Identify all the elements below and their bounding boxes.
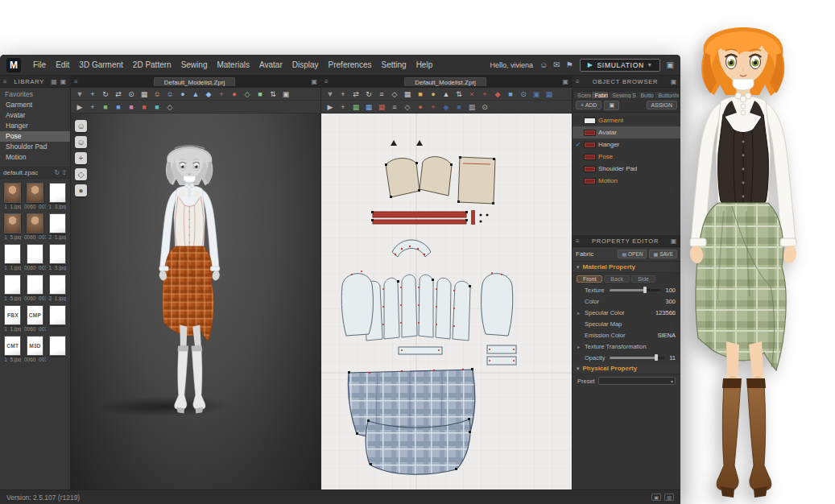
fabric-swatch[interactable] [584,166,596,172]
fabric-swatch[interactable] [584,118,596,124]
tool-icon[interactable]: + [337,101,349,112]
menu-icon[interactable]: ≡ [3,78,7,85]
library-item[interactable]: 1_3.jpg [47,183,68,209]
tool-icon[interactable]: ◆ [492,89,503,99]
tool-icon[interactable]: + [479,89,490,99]
2d-viewport-tab[interactable]: Default_Modelist.Zprj [404,77,486,86]
favorites-item[interactable]: Hanger [0,121,70,131]
tool-icon[interactable]: ▼ [74,89,85,99]
simulation-button[interactable]: ▶ SIMULATION ▾ [580,59,660,72]
library-item[interactable]: 0060_001... [25,244,46,271]
tool-icon[interactable]: ◇ [164,101,176,112]
menu-item[interactable]: Edit [51,60,74,69]
library-item[interactable]: M3D 0060_001... [25,336,46,362]
tab-menu-icon[interactable]: ≡ [324,78,329,85]
library-item[interactable]: CMT 1_5.jpg [2,336,23,362]
tool-icon[interactable]: ◇ [402,101,413,112]
library-item[interactable]: 0060_001... [25,183,46,209]
tool-icon[interactable]: ▦ [376,101,387,112]
favorites-item[interactable]: Shoulder Pad [0,142,70,152]
fabric-swatch[interactable] [584,154,596,160]
favorites-item[interactable]: Pose [0,131,70,142]
object-browser-tab[interactable]: Scene [574,92,591,98]
tool-icon[interactable]: ▦ [544,89,555,99]
property-slider[interactable] [610,289,661,291]
library-item[interactable] [47,305,68,332]
side-tool-icon[interactable]: ◇ [75,168,87,180]
tool-icon[interactable]: ☺ [151,89,163,99]
open-button[interactable]: ▤ OPEN [618,250,647,258]
tool-icon[interactable]: ◆ [203,89,214,99]
side-tool-icon[interactable]: ☺ [75,120,87,132]
side-tool-icon[interactable]: ☺ [75,136,87,148]
fabric-swatch[interactable] [584,142,596,148]
tool-icon[interactable]: + [87,89,98,99]
2d-pattern-canvas[interactable] [321,114,572,490]
tool-icon[interactable]: ▲ [440,89,452,99]
tool-icon[interactable]: ⇄ [350,89,362,99]
tool-icon[interactable]: ▦ [363,101,374,112]
library-item[interactable]: 1_5.jpg [2,275,23,301]
tool-icon[interactable]: ■ [254,89,266,99]
material-tab[interactable]: Front [577,275,602,283]
menu-item[interactable]: Preferences [324,60,377,69]
menu-item[interactable]: Display [287,60,324,69]
tool-icon[interactable]: ■ [505,89,516,99]
object-browser-tab[interactable]: Button [637,92,654,98]
header-icon[interactable]: ✉ [553,60,560,69]
tool-icon[interactable]: ◇ [389,89,400,99]
menu-item[interactable]: File [28,60,51,69]
expand-icon[interactable]: ▣ [311,78,317,85]
tool-icon[interactable]: ● [415,101,426,112]
tool-icon[interactable]: × [466,89,477,99]
tool-icon[interactable]: ▦ [350,101,362,112]
header-icon[interactable]: ☺ [539,60,548,69]
menu-item[interactable]: 2D Pattern [128,60,176,69]
menu-icon[interactable]: ≡ [576,78,580,85]
tool-icon[interactable]: ■ [138,101,150,112]
tool-icon[interactable]: ▣ [280,89,291,99]
fabric-swatch[interactable] [584,178,596,184]
tool-icon[interactable]: ▦ [402,89,413,99]
tool-icon[interactable]: ▣ [531,89,542,99]
tool-icon[interactable]: ■ [100,101,111,112]
tool-icon[interactable]: ⊙ [479,101,490,112]
material-tab[interactable]: Back [604,275,630,283]
tool-icon[interactable]: ≡ [376,89,387,99]
library-item[interactable] [47,336,68,362]
tool-icon[interactable]: ↻ [100,89,111,99]
library-item[interactable]: 0060_001... [25,213,46,240]
tool-icon[interactable]: ◇ [242,89,253,99]
side-tool-icon[interactable]: + [75,152,87,164]
favorites-item[interactable]: Avatar [0,110,70,121]
tool-icon[interactable]: ⇄ [113,89,124,99]
menu-item[interactable]: Help [411,60,438,69]
tool-icon[interactable]: ■ [453,101,465,112]
tool-icon[interactable]: ▦ [138,89,150,99]
favorites-item[interactable]: Garment [0,100,70,110]
library-item[interactable]: 1_1.jpg [2,244,23,271]
up-icon[interactable]: ⇧ [61,169,67,176]
3d-viewport-tab[interactable]: Default_Modelist.Zprj [154,77,236,86]
menu-item[interactable]: 3D Garment [74,60,127,69]
tool-icon[interactable]: ■ [151,101,163,112]
3d-canvas[interactable]: ☺☺+◇● [71,114,320,490]
header-icon[interactable]: ⚑ [566,60,573,69]
library-item[interactable]: 1_1.jpg [2,183,23,209]
tool-icon[interactable]: ▥ [466,101,477,112]
library-item[interactable]: 0060_001... [25,275,46,301]
tool-icon[interactable]: ↻ [363,89,374,99]
library-item[interactable]: 2_1.jpg [47,275,68,301]
tool-icon[interactable]: + [216,89,227,99]
menu-item[interactable]: Materials [212,60,254,69]
tool-icon[interactable]: ◆ [440,101,452,112]
tool-icon[interactable]: ● [177,89,188,99]
tool-icon[interactable]: + [337,89,349,99]
menu-icon[interactable]: ≡ [576,238,580,245]
menu-item[interactable]: Sewing [176,60,213,69]
tool-icon[interactable]: ≡ [389,101,400,112]
tool-icon[interactable]: ▼ [324,89,336,99]
library-item[interactable]: FBX 1_1.jpg [2,305,23,332]
app-logo[interactable]: M [6,58,21,72]
refresh-icon[interactable]: ↻ [55,169,60,176]
